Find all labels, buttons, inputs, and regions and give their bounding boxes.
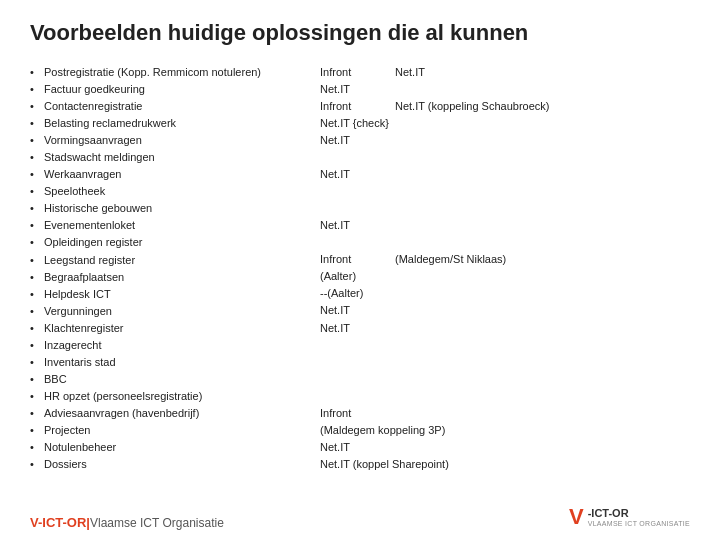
footer: V-ICT-OR| Vlaamse ICT Organisatie V -ICT… — [0, 504, 720, 530]
table-row: Net.IT — [320, 302, 690, 319]
table-row: Net.IT — [320, 166, 690, 183]
table-cell-left: Infront — [320, 64, 395, 81]
table-cell-right — [395, 81, 690, 98]
table-cell-right — [395, 268, 690, 285]
table-row — [320, 354, 690, 371]
page-container: Voorbeelden huidige oplossingen die al k… — [0, 0, 720, 488]
table-cell-right — [395, 183, 690, 200]
table-row: Infront(Maldegem/St Niklaas) — [320, 251, 690, 268]
list-item: Werkaanvragen — [30, 166, 290, 183]
list-item: Inventaris stad — [30, 354, 290, 371]
table-row: Net.IT — [320, 439, 690, 456]
table-cell-right — [395, 132, 690, 149]
table-cell-right: Net.IT — [395, 64, 690, 81]
table-cell-right — [395, 217, 690, 234]
footer-brand: V-ICT-OR| — [30, 515, 90, 530]
list-item: Contactenregistratie — [30, 98, 290, 115]
table-row: (Aalter) — [320, 268, 690, 285]
list-item: Helpdesk ICT — [30, 286, 290, 303]
table-cell-left: Net.IT — [320, 81, 395, 98]
table-cell-left: Net.IT — [320, 320, 395, 337]
list-item: Projecten — [30, 422, 290, 439]
footer-subtitle: Vlaamse ICT Organisatie — [90, 516, 224, 530]
left-column: Postregistratie (Kopp. Remmicom notulere… — [30, 64, 290, 473]
list-item: BBC — [30, 371, 290, 388]
list-item: Evenementenloket — [30, 217, 290, 234]
table-cell-right — [395, 285, 690, 302]
logo-text-group: -ICT-OR VLAAMSE ICT ORGANISATIE — [588, 507, 690, 526]
table-cell-right — [395, 405, 690, 422]
footer-right: V -ICT-OR VLAAMSE ICT ORGANISATIE — [569, 504, 690, 530]
list-item: HR opzet (personeelsregistratie) — [30, 388, 290, 405]
table-cell-left — [320, 183, 395, 200]
logo-v-icon: V — [569, 504, 584, 530]
table-cell-left — [320, 388, 395, 405]
list-item: Adviesaanvragen (havenbedrijf) — [30, 405, 290, 422]
table-cell-left: (Maldegem koppeling 3P) — [320, 422, 445, 439]
table-row — [320, 200, 690, 217]
list-item: Opleidingen register — [30, 234, 290, 251]
table-cell-right — [395, 439, 690, 456]
table-cell-right — [395, 388, 690, 405]
table-cell-left — [320, 354, 395, 371]
table-cell-right: Net.IT (koppeling Schaubroeck) — [395, 98, 690, 115]
table-row: Net.IT — [320, 320, 690, 337]
table-row: InfrontNet.IT (koppeling Schaubroeck) — [320, 98, 690, 115]
table-cell-left: Net.IT — [320, 217, 395, 234]
table-cell-left: --(Aalter) — [320, 285, 395, 302]
logo-container: V -ICT-OR VLAAMSE ICT ORGANISATIE — [569, 504, 690, 530]
table-cell-right — [395, 320, 690, 337]
table-row: Net.IT — [320, 81, 690, 98]
table-cell-right: (Maldegem/St Niklaas) — [395, 251, 690, 268]
table-cell-right — [449, 456, 690, 473]
table-cell-left: Net.IT — [320, 302, 395, 319]
table-row: Net.IT (koppel Sharepoint) — [320, 456, 690, 473]
table-cell-right — [395, 354, 690, 371]
table-cell-right — [395, 234, 690, 251]
list-item: Speelotheek — [30, 183, 290, 200]
table-row — [320, 371, 690, 388]
table-cell-left — [320, 337, 395, 354]
table-cell-left — [320, 371, 395, 388]
table-cell-right — [395, 115, 690, 132]
table-cell-left: (Aalter) — [320, 268, 395, 285]
table-cell-right — [445, 422, 690, 439]
table-cell-left: Net.IT — [320, 132, 395, 149]
right-table: InfrontNet.ITNet.ITInfrontNet.IT (koppel… — [320, 64, 690, 473]
table-cell-left: Net.IT {check} — [320, 115, 395, 132]
list-item: Stadswacht meldingen — [30, 149, 290, 166]
brand-vict: V-ICT-OR — [30, 515, 86, 530]
table-row — [320, 149, 690, 166]
table-row — [320, 388, 690, 405]
table-row: --(Aalter) — [320, 285, 690, 302]
table-row: (Maldegem koppeling 3P) — [320, 422, 690, 439]
table-cell-left: Infront — [320, 98, 395, 115]
list-item: Inzagerecht — [30, 337, 290, 354]
footer-left: V-ICT-OR| Vlaamse ICT Organisatie — [30, 515, 224, 530]
table-cell-left: Infront — [320, 405, 395, 422]
table-cell-right — [395, 200, 690, 217]
table-row: Infront — [320, 405, 690, 422]
page-title: Voorbeelden huidige oplossingen die al k… — [30, 20, 690, 46]
right-column: InfrontNet.ITNet.ITInfrontNet.IT (koppel… — [320, 64, 690, 473]
logo-sub-text: VLAAMSE ICT ORGANISATIE — [588, 520, 690, 527]
table-row: Net.IT {check} — [320, 115, 690, 132]
table-cell-left — [320, 149, 395, 166]
list-item: Vormingsaanvragen — [30, 132, 290, 149]
list-item: Factuur goedkeuring — [30, 81, 290, 98]
table-row: InfrontNet.IT — [320, 64, 690, 81]
list-item: Klachtenregister — [30, 320, 290, 337]
table-cell-right — [395, 149, 690, 166]
list-item: Vergunningen — [30, 303, 290, 320]
table-cell-left: Net.IT — [320, 166, 395, 183]
table-cell-right — [395, 302, 690, 319]
table-row: Net.IT — [320, 132, 690, 149]
table-row — [320, 183, 690, 200]
table-cell-left: Net.IT — [320, 439, 395, 456]
table-row — [320, 234, 690, 251]
table-cell-right — [395, 166, 690, 183]
list-item: Begraafplaatsen — [30, 269, 290, 286]
list-item: Postregistratie (Kopp. Remmicom notulere… — [30, 64, 290, 81]
table-cell-right — [395, 337, 690, 354]
bullet-list: Postregistratie (Kopp. Remmicom notulere… — [30, 64, 290, 473]
